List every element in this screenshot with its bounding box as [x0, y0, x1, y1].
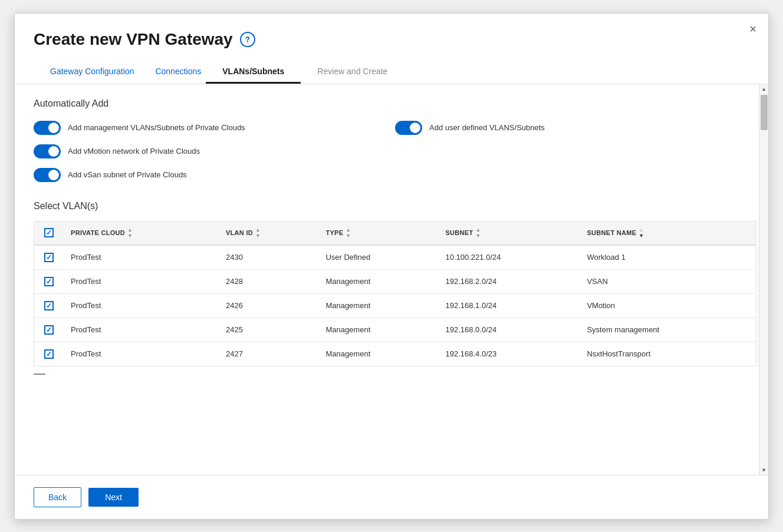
automatically-add-section: Automatically Add Add management VLANs/S… — [34, 98, 756, 182]
row-2-checkbox-cell — [34, 293, 64, 318]
dialog-body: Automatically Add Add management VLANs/S… — [15, 84, 768, 475]
help-icon[interactable]: ? — [240, 32, 255, 47]
row-0-private-cloud: ProdTest — [64, 245, 219, 270]
row-1-private-cloud: ProdTest — [64, 269, 219, 293]
th-subnet: SUBNET ▲▼ — [438, 222, 580, 245]
row-2-type: Management — [318, 293, 438, 318]
row-2-subnet-name: VMotion — [580, 293, 756, 318]
sort-type[interactable]: ▲▼ — [346, 227, 351, 239]
tab-vlans-subnets[interactable]: VLANs/Subnets — [206, 61, 301, 84]
row-3-checkbox[interactable] — [44, 325, 54, 335]
th-private-cloud: PRIVATE CLOUD ▲▼ — [64, 222, 219, 245]
table-row: ProdTest 2425 Management 192.168.0.0/24 … — [34, 318, 756, 342]
create-vpn-gateway-dialog: Create new VPN Gateway ? × Gateway Confi… — [14, 13, 769, 520]
select-all-checkbox[interactable] — [44, 228, 54, 237]
row-4-subnet-name: NsxtHostTransport — [580, 342, 756, 366]
row-4-checkbox[interactable] — [44, 349, 54, 359]
toggle-user-defined-switch[interactable] — [395, 121, 422, 135]
row-0-checkbox[interactable] — [44, 253, 54, 262]
th-subnet-name: SUBNET NAME ▲▼ — [580, 222, 756, 245]
toggle-mgmt-vlans-label: Add management VLANs/Subnets of Private … — [68, 123, 245, 132]
toggle-vsan-switch[interactable] — [34, 168, 61, 182]
sort-vlan-id[interactable]: ▲▼ — [255, 227, 261, 239]
toggle-mgmt-vlans: Add management VLANs/Subnets of Private … — [34, 121, 395, 135]
row-4-vlan-id: 2427 — [219, 342, 318, 366]
tab-review-create: Review and Create — [301, 61, 404, 84]
row-0-subnet-name: Workload 1 — [580, 245, 756, 270]
row-3-subnet: 192.168.0.0/24 — [438, 318, 580, 342]
row-2-subnet: 192.168.1.0/24 — [438, 293, 580, 318]
row-3-checkbox-cell — [34, 318, 64, 342]
toggles-grid: Add management VLANs/Subnets of Private … — [34, 121, 756, 182]
row-2-private-cloud: ProdTest — [64, 293, 219, 318]
automatically-add-title: Automatically Add — [34, 98, 756, 109]
row-4-subnet: 192.168.4.0/23 — [438, 342, 580, 366]
sort-private-cloud[interactable]: ▲▼ — [127, 227, 133, 239]
table-footer-indicator — [34, 374, 45, 375]
next-button[interactable]: Next — [88, 488, 139, 507]
row-0-vlan-id: 2430 — [219, 245, 318, 270]
table-row: ProdTest 2426 Management 192.168.1.0/24 … — [34, 293, 756, 318]
row-1-subnet: 192.168.2.0/24 — [438, 269, 580, 293]
row-0-type: User Defined — [318, 245, 438, 270]
table-row: ProdTest 2428 Management 192.168.2.0/24 … — [34, 269, 756, 293]
scrollbar-track: ▲ ▼ — [759, 84, 768, 475]
vlans-table-container: PRIVATE CLOUD ▲▼ VLAN ID — [34, 221, 756, 366]
scroll-up-button[interactable]: ▲ — [759, 84, 768, 94]
toggle-vmotion-label: Add vMotion network of Private Clouds — [68, 147, 200, 156]
dialog-footer: Back Next — [15, 475, 768, 519]
dialog-content-area: Automatically Add Add management VLANs/S… — [15, 84, 768, 475]
scroll-down-button[interactable]: ▼ — [759, 465, 768, 475]
row-2-checkbox[interactable] — [44, 301, 54, 310]
toggle-vmotion: Add vMotion network of Private Clouds — [34, 144, 395, 158]
toggle-mgmt-vlans-switch[interactable] — [34, 121, 61, 135]
row-1-vlan-id: 2428 — [219, 269, 318, 293]
row-4-private-cloud: ProdTest — [64, 342, 219, 366]
scrollbar-thumb[interactable] — [761, 95, 768, 130]
table-row: ProdTest 2430 User Defined 10.100.221.0/… — [34, 245, 756, 270]
row-1-checkbox-cell — [34, 269, 64, 293]
dialog-header: Create new VPN Gateway ? × Gateway Confi… — [15, 14, 768, 84]
toggle-vmotion-switch[interactable] — [34, 144, 61, 158]
row-3-subnet-name: System management — [580, 318, 756, 342]
table-row: ProdTest 2427 Management 192.168.4.0/23 … — [34, 342, 756, 366]
row-1-type: Management — [318, 269, 438, 293]
toggle-user-defined-label: Add user defined VLANS/Subnets — [429, 123, 545, 132]
row-4-type: Management — [318, 342, 438, 366]
row-1-checkbox[interactable] — [44, 277, 54, 286]
tab-gateway-configuration[interactable]: Gateway Configuration — [34, 61, 150, 84]
sort-subnet[interactable]: ▲▼ — [476, 227, 481, 239]
th-type: TYPE ▲▼ — [318, 222, 438, 245]
th-vlan-id: VLAN ID ▲▼ — [219, 222, 318, 245]
select-vlans-title: Select VLAN(s) — [34, 201, 756, 212]
row-2-vlan-id: 2426 — [219, 293, 318, 318]
toggle-user-defined: Add user defined VLANS/Subnets — [395, 121, 756, 135]
row-3-private-cloud: ProdTest — [64, 318, 219, 342]
close-button[interactable]: × — [749, 23, 756, 35]
row-0-subnet: 10.100.221.0/24 — [438, 245, 580, 270]
sort-subnet-name[interactable]: ▲▼ — [639, 227, 644, 239]
toggle-vsan-label: Add vSan subnet of Private Clouds — [68, 170, 187, 179]
dialog-title: Create new VPN Gateway — [34, 30, 233, 49]
tab-connections[interactable]: Connections — [150, 61, 206, 84]
back-button[interactable]: Back — [34, 487, 81, 507]
row-1-subnet-name: VSAN — [580, 269, 756, 293]
select-vlans-section: Select VLAN(s) — [34, 201, 756, 382]
tab-bar: Gateway Configuration Connections VLANs/… — [34, 61, 749, 84]
row-3-vlan-id: 2425 — [219, 318, 318, 342]
row-0-checkbox-cell — [34, 245, 64, 270]
toggle-vsan: Add vSan subnet of Private Clouds — [34, 168, 395, 182]
th-checkbox — [34, 222, 64, 245]
vlans-table: PRIVATE CLOUD ▲▼ VLAN ID — [34, 222, 756, 366]
row-4-checkbox-cell — [34, 342, 64, 366]
row-3-type: Management — [318, 318, 438, 342]
